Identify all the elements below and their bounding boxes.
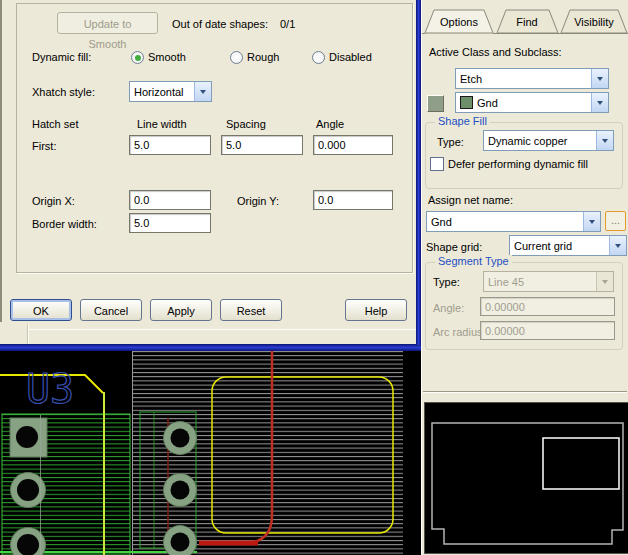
border-width-input[interactable] [129,213,211,233]
class-value: Etch [456,73,591,85]
segment-type-value: Line 45 [484,276,596,288]
apply-button[interactable]: Apply [150,299,212,321]
radio-rough-label[interactable]: Rough [247,51,279,63]
dropdown-arrow-icon[interactable] [609,236,626,255]
segment-angle-label: Angle: [433,302,464,314]
round-pad-hole [171,533,190,552]
first-line-width-input[interactable] [129,135,211,155]
browse-net-button[interactable]: ... [605,211,626,231]
fill-type-label: Type: [437,136,464,148]
pcb-design-canvas[interactable]: U3 [0,351,421,555]
out-of-date-shapes-label: Out of date shapes: [172,18,268,30]
radio-disabled-label[interactable]: Disabled [329,51,372,63]
subclass-swatch-icon [460,96,473,109]
defer-fill-label: Defer performing dynamic fill [448,158,588,170]
first-angle-input[interactable] [313,135,393,155]
subclass-select[interactable]: Gnd [455,92,609,113]
board-outline-miniature [432,423,623,544]
shape-grid-value: Current grid [510,240,609,252]
tab-visibility-label[interactable]: Visibility [574,16,614,28]
xhatch-style-select[interactable]: Horizontal [129,81,212,102]
square-pad-hole [16,426,38,448]
tab-options-label[interactable]: Options [440,16,478,28]
defer-fill-checkbox[interactable] [430,157,444,171]
segment-arc-radius-label: Arc radius: [433,326,486,338]
control-panel: Options Find Visibility Active Class and… [421,0,628,555]
dropdown-arrow-icon[interactable] [194,82,211,101]
fill-type-select[interactable]: Dynamic copper [483,130,614,151]
angle-header: Angle [316,118,344,130]
net-name-value: Gnd [427,216,583,228]
segment-type-label: Type: [433,276,460,288]
origin-y-input[interactable] [313,190,393,210]
dropdown-arrow-icon[interactable] [591,69,608,88]
origin-x-input[interactable] [129,190,211,210]
round-pad-hole [17,479,39,501]
panel-separator [423,391,627,393]
dynamic-fill-label: Dynamic fill: [32,51,91,63]
radio-disabled[interactable] [312,51,325,64]
shape-fill-title: Shape Fill [435,115,490,127]
fill-type-value: Dynamic copper [484,135,596,147]
first-spacing-input[interactable] [221,135,303,155]
segment-type-select: Line 45 [483,271,614,292]
origin-x-label: Origin X: [32,195,75,207]
segment-angle-input [480,297,615,316]
class-select[interactable]: Etch [455,68,609,89]
update-to-smooth-button[interactable]: Update to Smooth [57,12,158,34]
radio-rough[interactable] [230,51,243,64]
round-pad-hole [17,534,39,555]
xhatch-style-value: Horizontal [130,86,194,98]
origin-y-label: Origin Y: [237,195,279,207]
segment-arc-radius-input [480,321,615,340]
shape-properties-dialog: Update to Smooth Out of date shapes: 0/1… [0,0,417,344]
round-pad-hole [171,429,190,448]
refdes-text: U3 [26,366,74,412]
reset-button[interactable]: Reset [220,299,282,321]
window-edge-strip [0,322,417,344]
tab-find-label[interactable]: Find [516,16,537,28]
world-view-navigator[interactable] [424,402,628,554]
xhatch-style-label: Xhatch style: [32,86,95,98]
active-class-label: Active Class and Subclass: [429,46,562,58]
dropdown-arrow-icon[interactable] [591,93,608,112]
dropdown-arrow-icon[interactable] [596,131,613,150]
editor-window-border-horizontal [0,344,421,351]
line-width-header: Line width [137,118,187,130]
application-window: Update to Smooth Out of date shapes: 0/1… [0,0,628,555]
spacing-header: Spacing [226,118,266,130]
net-name-select[interactable]: Gnd [426,211,601,232]
radio-smooth[interactable] [131,51,144,64]
out-of-date-shapes-value: 0/1 [280,18,295,30]
first-row-label: First: [32,140,56,152]
dropdown-arrow-icon [596,272,613,291]
hatch-set-header: Hatch set [32,118,78,130]
help-button[interactable]: Help [345,299,407,321]
border-width-label: Border width: [32,218,97,230]
shape-grid-select[interactable]: Current grid [509,235,627,256]
round-pad-hole [171,481,190,500]
cancel-button[interactable]: Cancel [80,299,142,321]
dropdown-arrow-icon[interactable] [583,212,600,231]
ok-button[interactable]: OK [10,299,72,321]
assign-net-label: Assign net name: [428,194,513,206]
shape-grid-label: Shape grid: [426,241,482,253]
subclass-value: Gnd [473,97,591,109]
segment-type-title: Segment Type [435,255,512,267]
subclass-color-swatch[interactable] [427,95,444,112]
radio-smooth-label[interactable]: Smooth [148,51,186,63]
viewport-rectangle[interactable] [543,438,619,489]
